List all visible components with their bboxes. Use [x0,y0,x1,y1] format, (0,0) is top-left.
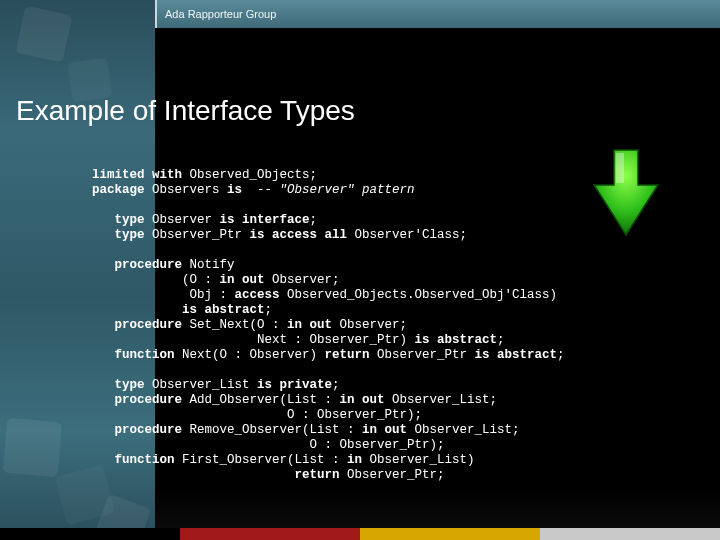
footer-stripe-gold [360,528,540,540]
code-block: limited with Observed_Objects; package O… [92,168,700,483]
slide: Ada Rapporteur Group Example of Interfac… [0,0,720,540]
footer-stripes [0,528,720,540]
comment: -- "Observer" pattern [257,183,415,197]
footer-dark-band [155,490,720,528]
header-group-label: Ada Rapporteur Group [165,8,276,20]
footer-stripe-grey [540,528,720,540]
slide-title: Example of Interface Types [16,95,355,127]
footer-stripe-black [0,528,180,540]
kw-package: package [92,183,145,197]
kw-limited-with: limited with [92,168,182,182]
header-bar: Ada Rapporteur Group [155,0,720,28]
footer-stripe-red [180,528,360,540]
